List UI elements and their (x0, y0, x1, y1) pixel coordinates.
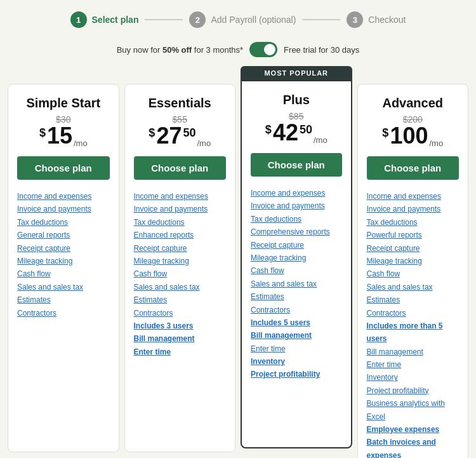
list-item[interactable]: Contractors (251, 304, 342, 316)
list-item-bold[interactable]: Inventory (251, 355, 342, 368)
plan-plus-name: Plus (251, 93, 342, 107)
list-item[interactable]: Enhanced reports (134, 229, 227, 241)
list-item[interactable]: Project profitability (367, 384, 459, 397)
list-item[interactable]: Estimates (251, 290, 342, 303)
dollar-sign: $ (39, 127, 46, 138)
list-item[interactable]: Tax deductions (17, 216, 110, 229)
list-item[interactable]: Income and expenses (17, 190, 110, 203)
step-3-label: Checkout (368, 15, 406, 25)
list-item[interactable]: Invoice and payments (134, 203, 227, 215)
plan-simple-start-current-price: $ 15 /mo (17, 125, 110, 147)
list-item-bold[interactable]: Bill management (134, 332, 227, 345)
list-item[interactable]: Enter time (251, 342, 342, 355)
list-item[interactable]: Tax deductions (251, 213, 342, 226)
list-item-bold[interactable]: Enter time (134, 346, 227, 358)
list-item[interactable]: Sales and sales tax (17, 281, 110, 293)
list-item[interactable]: Cash flow (17, 267, 110, 280)
plan-plus-current-price: $ 42 50 /mo (251, 121, 342, 144)
list-item[interactable]: Income and expenses (367, 190, 459, 203)
choose-plan-advanced[interactable]: Choose plan (367, 156, 459, 180)
list-item[interactable]: Tax deductions (367, 216, 459, 229)
list-item[interactable]: Sales and sales tax (367, 281, 459, 293)
list-item-bold[interactable]: Project profitability (251, 368, 342, 381)
free-trial-label: Free trial for 30 days (284, 45, 359, 55)
plan-advanced-name: Advanced (367, 96, 459, 111)
plan-advanced-pricing: $200 $ 100 /mo (367, 114, 459, 147)
list-item[interactable]: Comprehensive reports (251, 226, 342, 238)
list-item[interactable]: Bill management (367, 346, 459, 358)
list-item[interactable]: Mileage tracking (17, 255, 110, 267)
list-item[interactable]: Sales and sales tax (134, 281, 227, 293)
list-item[interactable]: Contractors (367, 307, 459, 320)
list-item[interactable]: Receipt capture (134, 242, 227, 255)
list-item[interactable]: Receipt capture (17, 242, 110, 255)
list-item[interactable]: Invoice and payments (17, 203, 110, 215)
list-item[interactable]: Cash flow (367, 267, 459, 280)
list-item-bold[interactable]: Bill management (251, 329, 342, 342)
feature-list-plus: Income and expenses Invoice and payments… (251, 187, 342, 381)
choose-plan-plus[interactable]: Choose plan (251, 153, 342, 177)
plan-simple-start-pricing: $30 $ 15 /mo (17, 114, 110, 147)
list-item[interactable]: Contractors (134, 307, 227, 320)
list-item[interactable]: Business analytics with Excel (367, 397, 459, 423)
promo-suffix: for 3 months* (192, 45, 243, 55)
plans-container: Simple Start $30 $ 15 /mo Choose plan In… (0, 66, 476, 458)
list-item[interactable]: Estimates (17, 293, 110, 306)
discount-text: 50% off (162, 45, 192, 55)
step-1-circle: 1 (70, 11, 87, 28)
plan-essentials: Essentials $55 $ 27 50 /mo Choose plan I… (124, 84, 236, 452)
list-item[interactable]: Cash flow (251, 264, 342, 277)
list-item-bold[interactable]: Includes 3 users (134, 320, 227, 332)
toggle-knob (264, 44, 275, 55)
list-item[interactable]: Mileage tracking (367, 255, 459, 267)
plan-advanced-current-price: $ 100 /mo (367, 125, 459, 147)
list-item[interactable]: Income and expenses (134, 190, 227, 203)
dollar-sign: $ (149, 127, 155, 138)
dollar-sign: $ (382, 127, 388, 138)
list-item[interactable]: Sales and sales tax (251, 278, 342, 290)
list-item[interactable]: General reports (17, 229, 110, 241)
step-2-circle: 2 (189, 11, 206, 28)
list-item[interactable]: Mileage tracking (251, 252, 342, 264)
list-item[interactable]: Enter time (367, 358, 459, 371)
feature-list-essentials: Income and expenses Invoice and payments… (134, 190, 227, 358)
list-item-bold[interactable]: Includes 5 users (251, 316, 342, 329)
list-item[interactable]: Invoice and payments (251, 199, 342, 212)
list-item-bold[interactable]: Includes more than 5 users (367, 320, 459, 346)
price-main: 27 (156, 125, 182, 147)
plan-essentials-current-price: $ 27 50 /mo (134, 125, 227, 147)
price-decimal: 50 (300, 124, 312, 135)
list-item[interactable]: Estimates (367, 293, 459, 306)
dollar-sign: $ (265, 124, 272, 135)
list-item[interactable]: Income and expenses (251, 187, 342, 199)
list-item[interactable]: Invoice and payments (367, 203, 459, 215)
promo-text: Buy now for 50% off for 3 months* (117, 45, 243, 55)
list-item[interactable]: Estimates (134, 293, 227, 306)
list-item-bold[interactable]: Employee expenses (367, 423, 459, 436)
price-main: 100 (390, 125, 428, 147)
list-item[interactable]: Contractors (17, 307, 110, 320)
plan-plus-pricing: $85 $ 42 50 /mo (251, 111, 342, 144)
step-1-label: Select plan (92, 15, 139, 25)
list-item[interactable]: Receipt capture (251, 239, 342, 252)
choose-plan-simple-start[interactable]: Choose plan (17, 156, 110, 180)
plan-advanced: Advanced $200 $ 100 /mo Choose plan Inco… (357, 84, 469, 458)
list-item[interactable]: Cash flow (134, 267, 227, 280)
price-main: 15 (47, 125, 72, 147)
price-decimal: 50 (183, 127, 195, 138)
list-item[interactable]: Receipt capture (367, 242, 459, 255)
list-item[interactable]: Mileage tracking (134, 255, 227, 267)
list-item[interactable]: Inventory (367, 371, 459, 384)
step-3: 3 Checkout (347, 11, 406, 28)
price-period: /mo (429, 139, 443, 147)
toggle-bar: Buy now for 50% off for 3 months* Free t… (0, 36, 476, 66)
list-item[interactable]: Powerful reports (367, 229, 459, 241)
free-trial-toggle[interactable] (249, 42, 277, 57)
feature-list-advanced: Income and expenses Invoice and payments… (367, 190, 459, 458)
plan-essentials-name: Essentials (134, 96, 227, 111)
choose-plan-essentials[interactable]: Choose plan (134, 156, 227, 180)
popular-badge: MOST POPULAR (241, 66, 352, 80)
list-item-bold[interactable]: Batch invoices and expenses (367, 436, 459, 458)
list-item[interactable]: Tax deductions (134, 216, 227, 229)
step-divider-1 (145, 19, 183, 20)
